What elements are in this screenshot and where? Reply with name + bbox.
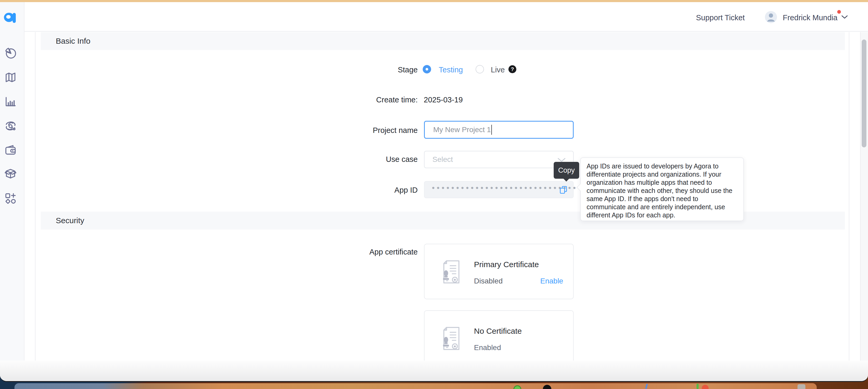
avatar[interactable] — [765, 11, 777, 23]
project-name-input[interactable]: My New Project 1 — [424, 121, 574, 139]
project-name-label: Project name — [307, 126, 418, 135]
certificate-icon — [439, 325, 463, 352]
chevron-down-icon[interactable] — [841, 15, 848, 21]
certificate-status: Disabled — [474, 277, 503, 285]
enable-certificate-link[interactable]: Enable — [540, 277, 563, 285]
section-title: Basic Info — [56, 37, 91, 46]
create-time-label: Create time: — [307, 95, 418, 104]
package-box-icon — [4, 168, 17, 181]
extensions-shapes-icon — [4, 192, 17, 205]
stage-label: Stage — [307, 65, 418, 74]
certificate-title: No Certificate — [474, 327, 522, 336]
scrollbar-thumb[interactable] — [862, 39, 866, 147]
no-certificate-card-clip: No Certificate Enabled — [424, 310, 575, 361]
wallet-icon — [4, 144, 17, 157]
app-certificate-label: App certificate — [307, 248, 418, 256]
notification-dot — [837, 10, 841, 14]
stage-radio-testing[interactable] — [423, 65, 431, 73]
copy-tooltip: Copy — [554, 162, 579, 179]
certificate-title: Primary Certificate — [474, 260, 539, 269]
stage-option-testing-label[interactable]: Testing — [439, 65, 463, 74]
user-avatar-icon — [765, 11, 777, 23]
primary-certificate-card: Primary Certificate Disabled Enable — [424, 244, 574, 299]
project-name-value: My New Project 1 — [433, 125, 491, 134]
cyclone-icon — [4, 119, 17, 132]
dock-app-icon[interactable] — [798, 384, 805, 389]
sidebar-item-billing[interactable] — [4, 144, 17, 157]
agora-logo-icon[interactable] — [4, 12, 18, 23]
stage-help-icon[interactable]: ? — [508, 65, 516, 73]
create-time-value: 2025-03-19 — [424, 95, 463, 104]
use-case-label: Use case — [307, 155, 418, 164]
map-icon — [4, 71, 17, 84]
app-id-label: App ID — [307, 186, 418, 194]
copy-icon[interactable] — [559, 185, 568, 194]
content-left-border — [35, 32, 35, 361]
app-id-info-tooltip: App IDs are issued to developers by Agor… — [580, 157, 744, 221]
stage-radio-live[interactable] — [475, 65, 484, 73]
section-title: Security — [56, 216, 84, 225]
certificate-status: Enabled — [474, 343, 501, 352]
use-case-placeholder: Select — [432, 155, 453, 164]
text-caret — [491, 125, 492, 135]
sidebar-item-analytics[interactable] — [4, 95, 17, 108]
dock-app-icon[interactable] — [696, 384, 699, 389]
top-accent-bar — [0, 0, 868, 2]
sidebar-item-usage[interactable] — [4, 47, 17, 60]
pie-chart-icon — [4, 47, 17, 60]
sidebar-item-cyclone[interactable] — [4, 119, 17, 132]
stage-option-live-label[interactable]: Live — [491, 65, 505, 74]
certificate-icon — [439, 258, 463, 285]
sidebar-item-projects[interactable] — [4, 71, 17, 84]
sidebar-item-packages[interactable] — [4, 168, 17, 181]
content-right-border — [849, 32, 849, 361]
support-ticket-link[interactable]: Support Ticket — [696, 13, 745, 22]
browser-window: Support Ticket Fredrick Mundia — [0, 0, 868, 382]
basic-info-section-header: Basic Info — [41, 32, 845, 50]
bar-chart-icon — [4, 95, 17, 108]
no-certificate-card: No Certificate Enabled — [424, 310, 574, 361]
app-id-field: •••••••••••••••••••••••••••••••• — [424, 181, 574, 198]
page-bottom-fade — [0, 361, 868, 381]
use-case-select[interactable]: Select — [424, 151, 574, 168]
sidebar-item-extensions[interactable] — [4, 192, 17, 205]
user-name[interactable]: Fredrick Mundia — [783, 13, 837, 22]
